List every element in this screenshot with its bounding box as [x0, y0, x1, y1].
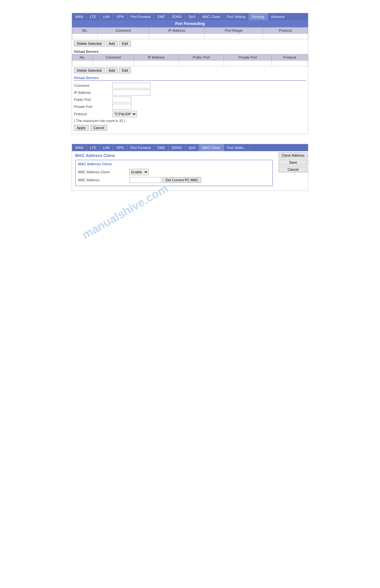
mac-address-clone-label: MAC Address Clone	[78, 170, 129, 174]
vs-protocol-select[interactable]: TCP&UDP TCP UDP	[112, 111, 137, 117]
vs-apply-btn[interactable]: Apply	[74, 125, 89, 131]
cancel-btn[interactable]: Cancel	[279, 167, 307, 172]
vs-private-port-input[interactable]	[112, 104, 131, 110]
save-btn[interactable]: Save	[279, 159, 307, 165]
col-comment: Comment	[98, 28, 149, 34]
tab-lte[interactable]: LTE	[87, 13, 99, 20]
tab2-mac-clone[interactable]: MAC Clone	[199, 144, 224, 151]
tab-port-forward[interactable]: Port Forward	[127, 13, 154, 20]
vs-col-ip: IP Address	[134, 54, 178, 61]
vs-form-title: Virtual Servers	[74, 76, 306, 81]
vs-protocol-label: Protocol	[74, 112, 112, 116]
vs-col-public-port: Public Port	[179, 54, 224, 61]
vs-ip-input[interactable]	[112, 90, 151, 95]
mac-address-label: MAC Address	[78, 178, 129, 182]
virtual-servers-label: Virtual Servers	[72, 48, 308, 54]
vs-private-port-row: Private Port	[74, 103, 306, 110]
add-btn-2[interactable]: Add	[106, 68, 118, 73]
vs-col-protocol: Protocol	[272, 54, 308, 61]
tab-dmz[interactable]: DMZ	[154, 13, 169, 20]
col-ip-address: IP Address	[149, 28, 205, 34]
tab-ddns[interactable]: DDNS	[169, 13, 185, 20]
add-btn-1[interactable]: Add	[106, 41, 118, 46]
mac-clone-outer: MAC Address Clone MAC Address Clone MAC …	[72, 151, 308, 191]
tab-lan[interactable]: LAN	[100, 13, 113, 20]
tab-port-setting[interactable]: Port Setting	[224, 13, 249, 20]
vs-protocol-row: Protocol TCP&UDP TCP UDP	[74, 110, 306, 118]
get-current-pc-mac-btn[interactable]: Get Current PC MAC	[162, 177, 201, 183]
mac-clone-section: MAC Address Clone MAC Address Clone Enab…	[75, 160, 273, 186]
tab2-lan[interactable]: LAN	[100, 144, 113, 151]
table2-btn-row: Delete Selected Add Edit	[72, 66, 308, 75]
vs-col-no: No.	[72, 54, 93, 61]
virtual-servers-form: Virtual Servers Comment IP Address Publi…	[72, 75, 308, 134]
mac-clone-left: MAC Address Clone MAC Address Clone MAC …	[72, 151, 276, 191]
table-row	[72, 34, 308, 39]
tab2-vpn[interactable]: VPN	[113, 144, 127, 151]
table1-btn-row: Delete Selected Add Edit	[72, 39, 308, 48]
tab-mac-clone[interactable]: MAC Clone	[199, 13, 224, 20]
vs-form-actions: Apply Cancel	[74, 124, 306, 131]
tab-wan[interactable]: WAN	[72, 13, 87, 20]
section1-port-forwarding: WAN LTE LAN VPN Port Forward DMZ DDNS Qo…	[72, 13, 308, 134]
page-wrapper: WAN LTE LAN VPN Port Forward DMZ DDNS Qo…	[0, 0, 380, 588]
tab2-wan[interactable]: WAN	[72, 144, 87, 151]
vs-comment-row: Comment	[74, 82, 306, 89]
col-port-range: Port Range	[205, 28, 263, 34]
edit-btn-1[interactable]: Edit	[119, 41, 131, 46]
nav-tabs-1: WAN LTE LAN VPN Port Forward DMZ DDNS Qo…	[72, 13, 308, 20]
vs-private-port-label: Private Port	[74, 105, 112, 109]
col-no: No.	[72, 28, 98, 34]
mac-address-clone-row: MAC Address Clone Enable Disable	[78, 168, 270, 176]
tab-qos[interactable]: QoS	[185, 13, 199, 20]
mac-clone-section-title: MAC Address Clone	[78, 162, 270, 166]
vs-ip-row: IP Address	[74, 89, 306, 96]
tab2-port-setting[interactable]: Port Settin...	[224, 144, 250, 151]
mac-clone-page-title: MAC Address Clone	[75, 153, 273, 158]
tab-routing[interactable]: Routing	[249, 13, 268, 20]
tab2-dmz[interactable]: DMZ	[154, 144, 169, 151]
mac-clone-content: MAC Address Clone MAC Address Clone MAC …	[72, 151, 276, 191]
delete-selected-btn-1[interactable]: Delete Selected	[74, 41, 105, 46]
vs-public-port-label: Public Port	[74, 98, 112, 102]
delete-selected-btn-2[interactable]: Delete Selected	[74, 68, 105, 73]
virtual-servers-table: No. Comment IP Address Public Port Priva…	[72, 54, 308, 66]
vs-public-port-row: Public Port	[74, 96, 306, 103]
content-area: WAN LTE LAN VPN Port Forward DMZ DDNS Qo…	[6, 13, 374, 191]
vs-col-comment: Comment	[93, 54, 134, 61]
port-forwarding-table: No. Comment IP Address Port Range Protoc…	[72, 27, 308, 39]
vs-comment-label: Comment	[74, 84, 112, 87]
vs-form-note: ( The maximum rule count is 32 )	[74, 118, 306, 124]
nav-tabs-2: WAN LTE LAN VPN Port Forward DMZ DDNS Qo…	[72, 144, 308, 151]
vs-col-private-port: Private Port	[224, 54, 272, 61]
mac-clone-right: Clone Address Save Cancel	[276, 151, 308, 191]
section2-mac-clone: WAN LTE LAN VPN Port Forward DMZ DDNS Qo…	[72, 144, 308, 191]
tab2-lte[interactable]: LTE	[87, 144, 99, 151]
tab2-qos[interactable]: QoS	[185, 144, 199, 151]
tab2-ddns[interactable]: DDNS	[169, 144, 185, 151]
edit-btn-2[interactable]: Edit	[119, 68, 131, 73]
mac-address-row: MAC Address Get Current PC MAC	[78, 176, 270, 184]
port-forwarding-title: Port Forwarding	[72, 20, 308, 27]
tab2-port-forward[interactable]: Port Forward	[127, 144, 154, 151]
vs-ip-label: IP Address	[74, 91, 112, 94]
col-protocol: Protocol	[263, 28, 308, 34]
tab-vpn[interactable]: VPN	[113, 13, 127, 20]
clone-address-btn[interactable]: Clone Address	[279, 152, 307, 158]
mac-address-clone-select[interactable]: Enable Disable	[129, 169, 149, 175]
mac-address-input[interactable]	[129, 177, 161, 183]
vs-comment-input[interactable]	[112, 83, 151, 88]
tab-advance[interactable]: Advance	[268, 13, 288, 20]
table-row	[72, 61, 308, 66]
vs-cancel-btn[interactable]: Cancel	[91, 125, 107, 131]
vs-public-port-input[interactable]	[112, 97, 131, 102]
